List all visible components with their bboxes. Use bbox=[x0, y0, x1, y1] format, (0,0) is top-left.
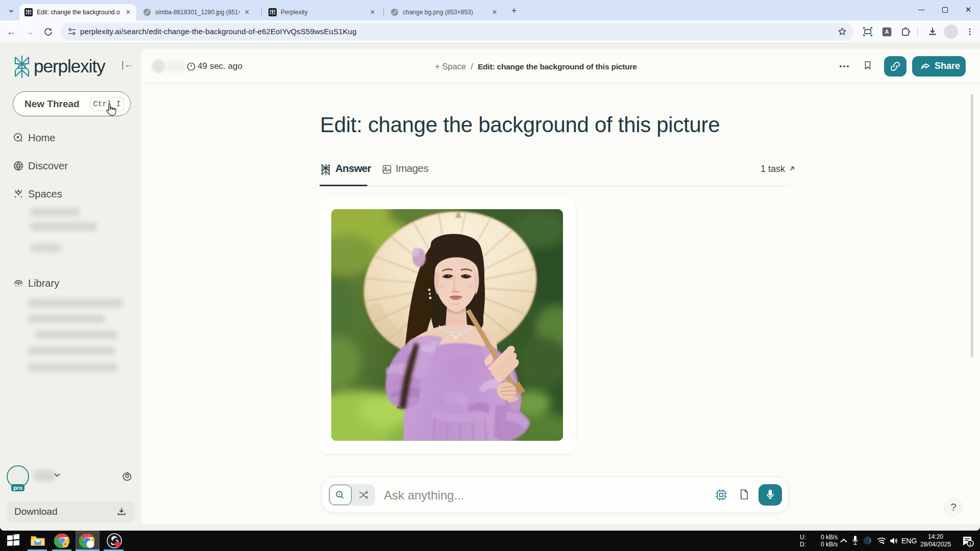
svg-text:1: 1 bbox=[969, 541, 971, 546]
svg-text:A: A bbox=[885, 29, 889, 35]
